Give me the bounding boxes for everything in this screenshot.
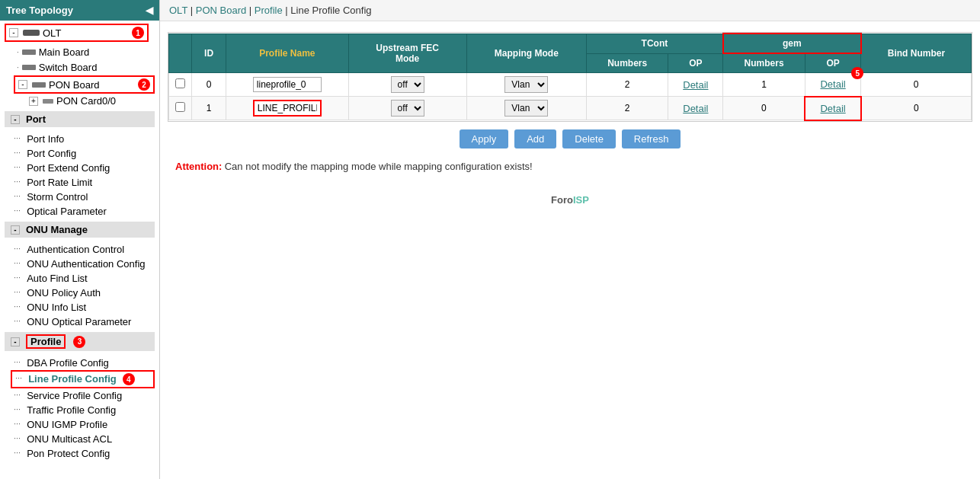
breadcrumb-profile[interactable]: Profile — [255, 5, 283, 16]
pon-card-label: PON Card0/0 — [56, 95, 116, 107]
switch-board-item[interactable]: · Switch Board — [14, 60, 155, 75]
service-profile-item[interactable]: ···Service Profile Config — [11, 388, 155, 403]
pon-board-badge: 2 — [138, 78, 150, 91]
traffic-profile-item[interactable]: ···Traffic Profile Config — [11, 403, 155, 417]
profile-table-container: ID Profile Name Upstream FECMode Mapping… — [168, 32, 972, 122]
row0-profile-name — [226, 73, 348, 97]
th-checkbox — [169, 34, 192, 73]
storm-control-item[interactable]: ···Storm Control — [11, 190, 155, 204]
delete-button[interactable]: Delete — [562, 129, 616, 148]
onu-multicast-acl-item[interactable]: ···ONU Multicast ACL — [11, 432, 155, 446]
row0-tcont-op: Detail — [668, 73, 723, 97]
pon-card-collapse[interactable]: + — [29, 97, 38, 106]
row1-bind-num: 0 — [861, 97, 972, 120]
pon-card-item[interactable]: + PON Card0/0 — [26, 94, 155, 108]
port-section-header[interactable]: - Port — [5, 111, 155, 127]
row1-fec-select[interactable]: offon — [391, 100, 424, 117]
main-board-label: Main Board — [39, 46, 89, 58]
table-row: 1 offon VlanGem — [169, 97, 972, 120]
onu-auth-config-item[interactable]: ···ONU Authentication Config — [11, 257, 155, 271]
pon-board-item[interactable]: - PON Board 2 — [14, 75, 155, 94]
row0-tcont-detail-link[interactable]: Detail — [683, 79, 708, 91]
port-items: ···Port Info ···Port Config ···Port Exte… — [5, 132, 155, 219]
th-tcont: TCont — [586, 34, 722, 53]
onu-igmp-profile-item[interactable]: ···ONU IGMP Profile — [11, 417, 155, 432]
row0-checkbox[interactable] — [175, 78, 185, 88]
profile-items: ···DBA Profile Config ··· Line Profile C… — [5, 356, 155, 461]
onu-manage-collapse[interactable]: - — [11, 225, 20, 235]
row1-tcont-num: 2 — [586, 97, 668, 120]
port-extend-config-item[interactable]: ···Port Extend Config — [11, 161, 155, 175]
row1-mapping-select[interactable]: VlanGem — [504, 100, 548, 117]
row1-mapping: VlanGem — [466, 97, 586, 120]
th-gem-numbers: Numbers — [723, 53, 805, 73]
onu-info-list-item[interactable]: ···ONU Info List — [11, 300, 155, 315]
row0-tcont-num: 2 — [586, 73, 668, 97]
row1-profile-name-input[interactable] — [253, 100, 322, 117]
breadcrumb-pon-board[interactable]: PON Board — [196, 5, 246, 16]
main-board-item[interactable]: · Main Board — [14, 45, 155, 59]
auto-find-list-item[interactable]: ···Auto Find List — [11, 271, 155, 286]
row0-gem-op: Detail 5 — [805, 73, 861, 97]
row1-checkbox-td — [169, 97, 192, 120]
pon-board-collapse[interactable]: - — [18, 80, 27, 89]
port-collapse[interactable]: - — [11, 115, 20, 124]
breadcrumb-olt[interactable]: OLT — [169, 5, 187, 16]
profile-section-header[interactable]: - Profile 3 — [5, 332, 155, 351]
sidebar: Tree Topology ◀ - OLT 1 · Main Board · — [0, 0, 160, 479]
port-info-item[interactable]: ···Port Info — [11, 132, 155, 146]
port-section-label: Port — [26, 113, 46, 125]
sidebar-header: Tree Topology ◀ — [0, 0, 159, 21]
switch-board-icon — [22, 65, 36, 70]
row1-checkbox[interactable] — [175, 102, 185, 112]
th-tcont-numbers: Numbers — [586, 53, 668, 73]
table-row: 0 offon VlanGem — [169, 73, 972, 97]
row0-fec-select[interactable]: offon — [391, 76, 424, 93]
pon-board-icon — [32, 82, 46, 88]
row1-gem-op: Detail — [805, 97, 861, 120]
onu-optical-param-item[interactable]: ···ONU Optical Parameter — [11, 315, 155, 329]
onu-manage-header[interactable]: - ONU Manage — [5, 222, 155, 238]
row0-profile-name-input[interactable] — [253, 77, 322, 92]
profile-table: ID Profile Name Upstream FECMode Mapping… — [168, 33, 972, 121]
row0-fec: offon — [348, 73, 466, 97]
breadcrumb: OLT | PON Board | Profile | Line Profile… — [160, 0, 980, 21]
line-profile-badge: 4 — [123, 373, 135, 385]
action-buttons: Apply Add Delete Refresh — [168, 122, 972, 156]
pon-board-label: PON Board — [49, 79, 99, 91]
th-profile-name: Profile Name — [226, 34, 348, 73]
dba-profile-item[interactable]: ···DBA Profile Config — [11, 356, 155, 370]
attention-text: Can not modify the mapping mode while ma… — [225, 161, 533, 172]
row1-profile-name — [226, 97, 348, 120]
attention-label: Attention: — [175, 161, 222, 172]
sidebar-toggle-icon[interactable]: ◀ — [146, 5, 153, 16]
olt-item[interactable]: - OLT 1 — [5, 24, 149, 42]
main-board-icon — [22, 49, 36, 55]
olt-collapse[interactable]: - — [9, 28, 18, 37]
row0-gem-detail-link[interactable]: Detail — [820, 78, 845, 90]
profile-collapse[interactable]: - — [11, 337, 20, 346]
row1-tcont-op: Detail — [668, 97, 723, 120]
auth-control-item[interactable]: ···Authentication Control — [11, 242, 155, 257]
row0-mapping: VlanGem — [466, 73, 586, 97]
apply-button[interactable]: Apply — [460, 129, 509, 148]
pon-protect-config-item[interactable]: ···Pon Protect Config — [11, 446, 155, 461]
row1-fec: offon — [348, 97, 466, 120]
row1-gem-detail-link[interactable]: Detail — [820, 103, 845, 114]
breadcrumb-current: Line Profile Config — [290, 5, 371, 16]
content-body: ID Profile Name Upstream FECMode Mapping… — [160, 21, 980, 479]
olt-device-icon — [23, 30, 40, 36]
onu-policy-auth-item[interactable]: ···ONU Policy Auth — [11, 286, 155, 300]
add-button[interactable]: Add — [514, 129, 556, 148]
line-profile-item[interactable]: ··· Line Profile Config 4 — [11, 370, 155, 388]
switch-board-label: Switch Board — [39, 62, 98, 73]
row0-mapping-select[interactable]: VlanGem — [504, 76, 548, 93]
row1-tcont-detail-link[interactable]: Detail — [683, 103, 708, 114]
port-rate-limit-item[interactable]: ···Port Rate Limit — [11, 175, 155, 190]
sidebar-title: Tree Topology — [6, 5, 73, 16]
port-config-item[interactable]: ···Port Config — [11, 146, 155, 161]
th-tcont-op: OP — [668, 53, 723, 73]
row1-gem-num: 0 — [723, 97, 805, 120]
refresh-button[interactable]: Refresh — [622, 129, 681, 148]
optical-parameter-item[interactable]: ···Optical Parameter — [11, 204, 155, 219]
